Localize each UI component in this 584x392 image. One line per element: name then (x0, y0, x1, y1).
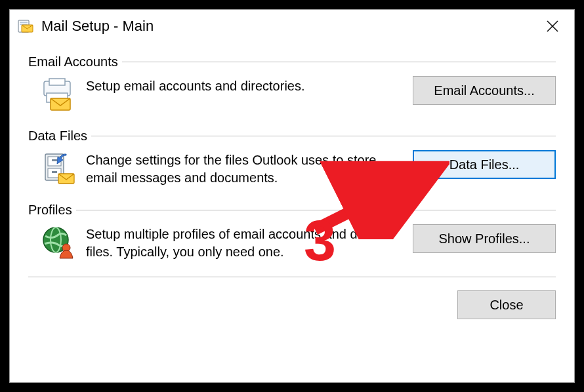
dialog-title: Mail Setup - Main (41, 18, 537, 35)
printer-envelope-icon (40, 76, 77, 113)
svg-rect-7 (49, 79, 65, 85)
separator (28, 277, 556, 277)
show-profiles-button[interactable]: Show Profiles... (413, 224, 556, 253)
svg-rect-13 (52, 159, 57, 161)
dialog-body: Email Accounts Setup email accounts and … (10, 43, 574, 382)
group-label-profiles: Profiles (28, 203, 76, 218)
globe-person-icon (40, 224, 77, 261)
close-button[interactable]: Close (457, 290, 556, 319)
mail-setup-dialog: Mail Setup - Main Email Accounts (9, 9, 575, 383)
email-accounts-button[interactable]: Email Accounts... (413, 76, 556, 105)
desc-profiles: Setup multiple profiles of email account… (86, 224, 404, 261)
row-data-files: Change settings for the files Outlook us… (28, 144, 556, 191)
desc-email-accounts: Setup email accounts and directories. (86, 76, 404, 95)
group-header-data: Data Files (28, 128, 556, 144)
group-label-data: Data Files (28, 128, 91, 144)
window-close-button[interactable] (537, 12, 568, 40)
titlebar: Mail Setup - Main (10, 10, 574, 43)
svg-rect-1 (20, 22, 28, 23)
separator (91, 136, 556, 136)
desc-data-files: Change settings for the files Outlook us… (86, 150, 404, 187)
close-icon (546, 20, 559, 33)
data-files-button[interactable]: Data Files... (413, 150, 556, 179)
separator (122, 62, 556, 62)
group-label-email: Email Accounts (28, 54, 122, 69)
file-cabinet-icon (40, 150, 77, 187)
mail-app-icon (18, 18, 33, 34)
dialog-actions: Close (28, 281, 556, 319)
row-email-accounts: Setup email accounts and directories. Em… (28, 69, 556, 117)
group-header-email: Email Accounts (28, 54, 556, 69)
annotation-number: 3 (304, 212, 336, 269)
row-profiles: Setup multiple profiles of email account… (28, 218, 556, 265)
group-header-profiles: Profiles (28, 203, 556, 218)
svg-rect-14 (52, 171, 57, 173)
